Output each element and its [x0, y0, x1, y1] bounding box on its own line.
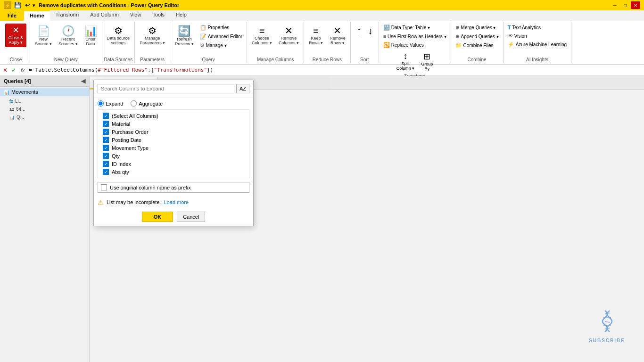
main-content: Queries [4] ◀ 📊 Movements fx Li... 12 64…: [0, 76, 644, 362]
window-title: Remove duplicates with Conditions - Powe…: [39, 2, 179, 8]
combine-files-button[interactable]: 📁 Combine Files: [453, 41, 496, 49]
sidebar-sub-item-1[interactable]: fx Li...: [0, 97, 89, 105]
load-more-link[interactable]: Load more: [164, 199, 189, 205]
sort-desc-button[interactable]: ↓: [365, 24, 375, 38]
manage-button[interactable]: ⚙ Manage ▾: [198, 41, 245, 49]
formula-input[interactable]: = Table.SelectColumns(#"Filtered Rows",{…: [29, 67, 642, 73]
sort-asc-icon: ↑: [356, 25, 361, 36]
keep-rows-button[interactable]: ≡ KeepRows ▾: [306, 24, 326, 47]
sub-item-1-icon: fx: [9, 99, 13, 104]
tab-home[interactable]: Home: [24, 10, 50, 21]
text-analytics-button[interactable]: T Text Analytics: [505, 24, 543, 31]
ribbon-group-data-sources: ⚙ Data sourcesettings Data Sources: [102, 22, 135, 63]
purchase-order-checkbox[interactable]: ✓: [103, 129, 109, 135]
undo-icon[interactable]: ↩: [24, 2, 31, 8]
ribbon-group-combine: ⊕ Merge Queries ▾ ⊕ Append Queries ▾ 📁 C…: [451, 22, 504, 63]
tab-file[interactable]: File: [0, 10, 24, 21]
replace-values-button[interactable]: 🔁 Replace Values: [381, 41, 426, 49]
warning-text: List may be incomplete.: [107, 199, 161, 205]
use-first-row-button[interactable]: ≡ Use First Row as Headers ▾: [381, 33, 449, 40]
tab-help[interactable]: Help: [170, 10, 192, 21]
vision-button[interactable]: 👁 Vision: [505, 32, 529, 40]
sort-asc-button[interactable]: ↑: [354, 24, 364, 38]
group-label-close: Close: [10, 57, 22, 62]
popup-search-row: AZ: [94, 80, 253, 98]
abs-qty-checkbox[interactable]: ✓: [103, 169, 109, 175]
merge-queries-button[interactable]: ⊕ Merge Queries ▾: [453, 24, 498, 32]
new-source-icon: 📄: [37, 25, 50, 37]
movement-type-checkbox[interactable]: ✓: [103, 145, 109, 151]
sub-item-3-icon: 📊: [9, 115, 15, 120]
select-all-checkbox[interactable]: ✓: [103, 113, 109, 119]
enter-data-button[interactable]: 📊 EnterData: [82, 24, 100, 48]
new-source-button[interactable]: 📄 NewSource ▾: [32, 24, 55, 48]
group-label-query: Query: [202, 57, 215, 62]
ok-button[interactable]: OK: [142, 212, 173, 222]
group-label-data-sources: Data Sources: [104, 57, 133, 62]
data-type-button[interactable]: 🔠 Data Type: Table ▾: [381, 24, 432, 32]
close-apply-button[interactable]: ✕ Close &Apply ▾: [5, 24, 27, 47]
remove-rows-button[interactable]: ✕ RemoveRows ▾: [327, 24, 348, 47]
list-item-posting-date[interactable]: ✓ Posting Date: [102, 136, 245, 144]
dropdown-icon[interactable]: ▾: [33, 3, 35, 8]
maximize-button[interactable]: □: [620, 1, 630, 9]
list-item-purchase-order[interactable]: ✓ Purchase Order: [102, 128, 245, 136]
sidebar-item-movements[interactable]: 📊 Movements: [0, 88, 89, 96]
id-index-checkbox[interactable]: ✓: [103, 161, 109, 167]
recent-sources-icon: 🕐: [62, 25, 74, 37]
list-item-qty[interactable]: ✓ Qty: [102, 152, 245, 160]
accept-formula-icon[interactable]: ✓: [10, 66, 17, 74]
remove-columns-button[interactable]: ✕ RemoveColumns ▾: [276, 24, 302, 47]
azure-ml-button[interactable]: ⚡ Azure Machine Learning: [505, 41, 569, 49]
close-window-button[interactable]: ✕: [631, 1, 640, 9]
manage-parameters-button[interactable]: ⚙ ManageParameters ▾: [137, 24, 168, 47]
sidebar-sub-item-2[interactable]: 12 64...: [0, 105, 89, 113]
combine-files-icon: 📁: [455, 42, 462, 49]
prefix-checkbox[interactable]: [101, 184, 107, 190]
save-icon[interactable]: 💾: [13, 2, 22, 8]
sub-item-2-icon: 12: [9, 107, 14, 112]
expand-label: Expand: [106, 101, 123, 107]
recent-sources-button[interactable]: 🕐 RecentSources ▾: [56, 24, 81, 48]
sub-item-1-label: Li...: [15, 99, 23, 104]
refresh-preview-button[interactable]: 🔄 RefreshPreview ▾: [172, 24, 197, 48]
append-queries-button[interactable]: ⊕ Append Queries ▾: [453, 33, 501, 41]
list-item-id-index[interactable]: ✓ ID Index: [102, 160, 245, 168]
tab-view[interactable]: View: [124, 10, 147, 21]
minimize-button[interactable]: ─: [610, 1, 619, 9]
title-bar: ⚡ 💾 ↩ ▾ Remove duplicates with Condition…: [0, 0, 644, 10]
list-item-select-all[interactable]: ✓ (Select All Columns): [102, 112, 245, 120]
popup-radio-row: Expand Aggregate: [94, 98, 253, 109]
qty-checkbox[interactable]: ✓: [103, 153, 109, 159]
sidebar-collapse-button[interactable]: ◀: [81, 78, 85, 84]
choose-columns-button[interactable]: ≡ ChooseColumns ▾: [249, 24, 275, 47]
data-source-settings-icon: ⚙: [114, 25, 123, 36]
close-icon: ✕: [12, 26, 19, 35]
window-controls: ─ □ ✕: [610, 1, 640, 9]
first-row-icon: ≡: [383, 33, 386, 39]
posting-date-checkbox[interactable]: ✓: [103, 137, 109, 143]
tab-tools[interactable]: Tools: [147, 10, 170, 21]
properties-button[interactable]: 📋 Properties: [198, 24, 245, 32]
ribbon-group-query: 🔄 RefreshPreview ▾ 📋 Properties 📝 Advanc…: [170, 22, 247, 63]
material-checkbox[interactable]: ✓: [103, 121, 109, 127]
list-item-movement-type[interactable]: ✓ Movement Type: [102, 144, 245, 152]
popup-button-row: OK Cancel: [94, 208, 253, 226]
expand-popup: AZ Expand Aggregate ✓: [93, 80, 254, 226]
list-item-abs-qty[interactable]: ✓ Abs qty: [102, 168, 245, 176]
search-columns-input[interactable]: [98, 84, 234, 93]
data-source-settings-button[interactable]: ⚙ Data sourcesettings: [104, 24, 133, 47]
list-item-material[interactable]: ✓ Material: [102, 120, 245, 128]
ribbon-group-reduce-rows: ≡ KeepRows ▾ ✕ RemoveRows ▾ Reduce Rows: [304, 22, 351, 63]
tab-add-column[interactable]: Add Column: [84, 10, 124, 21]
sidebar-sub-item-3[interactable]: 📊 Q...: [0, 113, 89, 121]
expand-radio[interactable]: Expand: [98, 100, 123, 107]
sort-button[interactable]: AZ: [236, 84, 249, 93]
movement-type-label: Movement Type: [112, 145, 149, 151]
reject-formula-icon[interactable]: ✕: [2, 66, 8, 74]
advanced-editor-button[interactable]: 📝 Advanced Editor: [198, 33, 245, 41]
aggregate-radio[interactable]: Aggregate: [131, 100, 163, 107]
tab-transform[interactable]: Transform: [50, 10, 85, 21]
cancel-button[interactable]: Cancel: [177, 212, 205, 222]
ribbon-group-manage-columns: ≡ ChooseColumns ▾ ✕ RemoveColumns ▾ Mana…: [247, 22, 304, 63]
